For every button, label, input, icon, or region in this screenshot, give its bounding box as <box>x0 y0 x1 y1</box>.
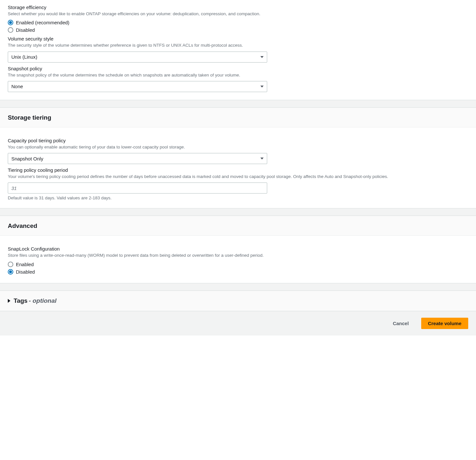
radio-selected-icon <box>8 20 13 25</box>
caret-right-icon <box>8 299 10 303</box>
snaplock-label: SnapLock Configuration <box>8 246 468 252</box>
volume-security-style-label: Volume security style <box>8 36 468 41</box>
cooling-period-desc: Your volume's tiering policy cooling per… <box>8 173 468 180</box>
capacity-policy-select[interactable]: Snapshot Only <box>8 153 267 164</box>
cooling-period-label: Tiering policy cooling period <box>8 167 468 173</box>
cooling-period-hint: Default value is 31 days. Valid values a… <box>8 195 468 200</box>
volume-security-style-select[interactable]: Unix (Linux) <box>8 52 267 63</box>
chevron-down-icon <box>260 86 264 88</box>
advanced-heading: Advanced <box>8 222 468 230</box>
capacity-policy-label: Capacity pool tiering policy <box>8 138 468 143</box>
footer: Cancel Create volume <box>0 311 476 336</box>
snaplock-disabled-radio[interactable]: Disabled <box>8 269 468 275</box>
capacity-policy-desc: You can optionally enable automatic tier… <box>8 144 468 150</box>
capacity-policy-field: Capacity pool tiering policy You can opt… <box>8 138 468 164</box>
section-divider <box>0 208 476 216</box>
advanced-section: Advanced SnapLock Configuration Store fi… <box>0 216 476 283</box>
storage-efficiency-section: Storage efficiency Select whether you wo… <box>0 0 476 100</box>
snapshot-policy-desc: The snapshot policy of the volume determ… <box>8 72 468 78</box>
storage-efficiency-field: Storage efficiency Select whether you wo… <box>8 5 468 33</box>
radio-unselected-icon <box>8 262 13 267</box>
tags-collapsible[interactable]: Tags - optional <box>0 291 476 311</box>
section-divider <box>0 283 476 291</box>
storage-efficiency-disabled-radio[interactable]: Disabled <box>8 27 468 33</box>
storage-tiering-heading: Storage tiering <box>8 114 468 121</box>
snaplock-disabled-label: Disabled <box>16 269 35 275</box>
tags-optional: - optional <box>29 297 56 304</box>
storage-efficiency-label: Storage efficiency <box>8 5 468 10</box>
chevron-down-icon <box>260 158 264 159</box>
snaplock-desc: Store files using a write-once-read-many… <box>8 252 468 259</box>
capacity-policy-value: Snapshot Only <box>11 156 43 161</box>
storage-tiering-header: Storage tiering <box>0 108 476 127</box>
snaplock-enabled-radio[interactable]: Enabled <box>8 262 468 267</box>
radio-selected-icon <box>8 269 13 275</box>
snapshot-policy-field: Snapshot policy The snapshot policy of t… <box>8 66 468 92</box>
storage-efficiency-enabled-label: Enabled (recommended) <box>16 20 69 25</box>
snapshot-policy-value: None <box>11 84 23 89</box>
cooling-period-field: Tiering policy cooling period Your volum… <box>8 167 468 200</box>
storage-efficiency-desc: Select whether you would like to enable … <box>8 11 468 17</box>
section-divider <box>0 100 476 108</box>
cooling-period-placeholder: 31 <box>11 185 17 191</box>
radio-unselected-icon <box>8 27 13 33</box>
advanced-header: Advanced <box>0 216 476 236</box>
volume-security-style-desc: The security style of the volume determi… <box>8 42 468 49</box>
snaplock-field: SnapLock Configuration Store files using… <box>8 246 468 274</box>
snapshot-policy-select[interactable]: None <box>8 81 267 92</box>
create-volume-button[interactable]: Create volume <box>421 318 468 329</box>
volume-security-style-value: Unix (Linux) <box>11 54 37 60</box>
storage-efficiency-disabled-label: Disabled <box>16 27 35 33</box>
storage-efficiency-enabled-radio[interactable]: Enabled (recommended) <box>8 20 468 25</box>
snaplock-enabled-label: Enabled <box>16 262 34 267</box>
volume-security-style-field: Volume security style The security style… <box>8 36 468 62</box>
cancel-button[interactable]: Cancel <box>387 318 414 329</box>
snapshot-policy-label: Snapshot policy <box>8 66 468 71</box>
chevron-down-icon <box>260 56 264 58</box>
tags-label: Tags <box>14 297 28 304</box>
storage-tiering-section: Storage tiering Capacity pool tiering po… <box>0 108 476 208</box>
cooling-period-input[interactable]: 31 <box>8 183 267 194</box>
